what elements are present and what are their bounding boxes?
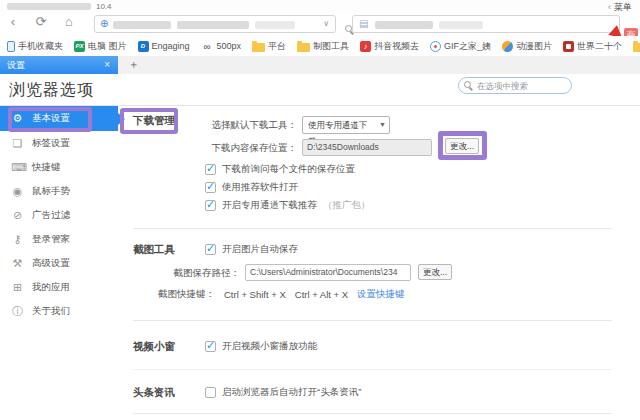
bookmark-item[interactable]: GIF之家_姨 (430, 40, 491, 53)
sidebar-item-label: 鼠标手势 (32, 185, 70, 198)
download-location-field[interactable]: D:\2345Downloads (302, 139, 432, 156)
block-icon: ⊘ (11, 209, 24, 222)
checkbox-video-mini-window[interactable]: ✓ (205, 341, 216, 352)
bookmark-item[interactable]: 动漫图片 (502, 40, 552, 53)
checkbox-open-headline-news[interactable] (205, 387, 216, 398)
section-divider (133, 369, 612, 370)
info-icon: ⓘ (11, 304, 24, 319)
sidebar-item-label: 快捷键 (32, 161, 61, 174)
search-bar[interactable]: ▤ (352, 15, 620, 33)
key-icon: ⚷ (11, 233, 24, 246)
bookmark-item[interactable]: 平台 (252, 40, 286, 53)
mouse-icon: ◉ (11, 185, 24, 198)
bookmark-item[interactable]: 世界二十个 (563, 40, 622, 53)
address-dropdown-icon[interactable]: ∨ (323, 19, 329, 28)
navigation-bar: ‹ ⟳ ⌂ ⊕ ∨ ▤ 商 (0, 12, 640, 36)
sidebar-item-label: 基本设置 (32, 112, 70, 125)
sidebar-item-basic-settings[interactable]: ⚙基本设置 (0, 106, 118, 131)
tab-settings[interactable]: 设置 × (0, 56, 118, 74)
checkbox-label: 启动浏览器后自动打开“头条资讯” (222, 386, 361, 399)
sidebar-item-label: 广告过滤 (32, 209, 70, 222)
section-title-news: 头条资讯 (133, 386, 175, 400)
bookmark-item[interactable]: 手机收藏夹 (7, 40, 63, 53)
search-engine-icon[interactable]: ▤ (359, 18, 368, 29)
home-icon[interactable]: ⌂ (60, 14, 78, 29)
bookmark-item[interactable]: ∞500px (201, 41, 242, 52)
d-badge-icon: D (138, 41, 149, 52)
checkbox-row: ✓ 使用推荐软件打开 (205, 181, 298, 194)
folder-icon (297, 43, 310, 52)
bookmark-item[interactable]: PX电脑 图片 (74, 40, 127, 53)
world-icon (563, 41, 574, 52)
download-tool-select[interactable]: 使用专用通道下载 ▼ (302, 116, 390, 134)
hotkey-value: Ctrl + Alt + X (295, 289, 348, 300)
checkbox-row: ✓ 开启图片自动保存 (205, 243, 298, 256)
menu-label: 菜单 (614, 2, 632, 12)
checkbox-ask-save-location[interactable]: ✓ (205, 164, 216, 175)
change-location-button[interactable]: 更改... (445, 138, 479, 154)
check-icon: ✓ (206, 339, 215, 352)
check-icon: ✓ (206, 242, 215, 255)
checkbox-label: 开启视频小窗播放功能 (222, 340, 317, 353)
options-search-icon (464, 81, 473, 90)
folder-icon (252, 43, 265, 52)
page-title: 浏览器选项 (9, 80, 94, 101)
keyboard-icon: ⌨ (11, 161, 24, 174)
site-info-icon[interactable]: ⊕ (100, 18, 108, 29)
address-bar[interactable]: ⊕ ∨ (94, 15, 336, 33)
apps-icon: ⊞ (11, 281, 24, 294)
checkbox-row: ✓ 下载前询问每个文件的保存位置 (205, 163, 355, 176)
sidebar-item-ad-filter[interactable]: ⊘广告过滤 (0, 203, 118, 227)
blurred-url (177, 21, 249, 29)
phone-icon (7, 41, 15, 52)
section-divider (133, 413, 612, 414)
checkbox-label: 开启专用通道下载推荐 (222, 199, 317, 212)
download-tool-label: 选择默认下载工具： (147, 119, 297, 132)
bookmarks-bar: 手机收藏夹 PX电脑 图片 DEngaging ∞500px 平台 制图工具 ♪… (0, 36, 640, 56)
bookmark-item[interactable]: ♪抖音视频去 (360, 40, 419, 53)
close-tab-icon[interactable]: × (104, 56, 110, 74)
blurred-search-query (375, 21, 433, 29)
options-search-input[interactable] (458, 77, 572, 94)
back-icon[interactable]: ‹ (4, 14, 22, 29)
section-title-screenshot: 截图工具 (133, 243, 175, 257)
checkbox-auto-save-screenshot[interactable]: ✓ (205, 244, 216, 255)
checkbox-row: ✓ 开启专用通道下载推荐 （推广包） (205, 199, 371, 212)
search-icon[interactable] (345, 25, 354, 34)
check-icon: ✓ (206, 162, 215, 175)
sidebar-item-label: 关于我们 (32, 305, 70, 318)
new-tab-icon[interactable]: ＋ (128, 57, 139, 72)
sidebar-item-tab-settings[interactable]: ❏标签设置 (0, 131, 118, 155)
menu-button[interactable]: ‹菜单 (608, 1, 632, 14)
browser-version: 10.4 (96, 2, 112, 11)
bookmark-item[interactable]: 电影网站 (633, 40, 640, 53)
checkbox-row: ✓ 开启视频小窗播放功能 (205, 340, 317, 353)
browser-window: 10.4 ‹ ⟳ ⌂ ⊕ ∨ ▤ 商 ‹菜单 手机收藏夹 PX电脑 图片 D (0, 0, 640, 420)
download-location-label: 下载内容保存位置： (147, 142, 297, 155)
tab-label: 设置 (7, 60, 25, 70)
reload-icon[interactable]: ⟳ (32, 14, 50, 29)
px-badge-icon: PX (74, 41, 85, 52)
blurred-url (113, 21, 171, 29)
sidebar-item-mouse-gestures[interactable]: ◉鼠标手势 (0, 179, 118, 203)
set-hotkey-link[interactable]: 设置快捷键 (357, 288, 405, 301)
gear-icon: ⚙ (11, 112, 24, 125)
blurred-search-query (439, 21, 483, 29)
settings-page: 浏览器选项 ⚙基本设置 ❏标签设置 ⌨快捷键 ◉鼠标手势 ⊘广告过滤 ⚷登录管家… (0, 74, 640, 420)
sidebar-item-about-us[interactable]: ⓘ关于我们 (0, 299, 118, 323)
blurred-window-title (7, 3, 91, 10)
promo-note: （推广包） (323, 199, 371, 212)
sidebar-item-login-manager[interactable]: ⚷登录管家 (0, 227, 118, 251)
screenshot-path-label: 截图保存路径： (90, 267, 240, 280)
change-screenshot-path-button[interactable]: 更改... (418, 264, 452, 280)
sidebar-item-shortcut-keys[interactable]: ⌨快捷键 (0, 155, 118, 179)
compass-icon (430, 41, 441, 52)
checkbox-open-with-recommended[interactable]: ✓ (205, 182, 216, 193)
checkbox-channel-download-recommend[interactable]: ✓ (205, 200, 216, 211)
hotkey-label: 截图快捷键： (158, 288, 215, 301)
section-divider (133, 228, 612, 229)
bookmark-item[interactable]: DEngaging (138, 41, 190, 52)
checkbox-label: 开启图片自动保存 (222, 243, 298, 256)
bookmark-item[interactable]: 制图工具 (297, 40, 349, 53)
screenshot-path-field[interactable]: C:\Users\Administrator\Documents\234 (245, 264, 411, 281)
